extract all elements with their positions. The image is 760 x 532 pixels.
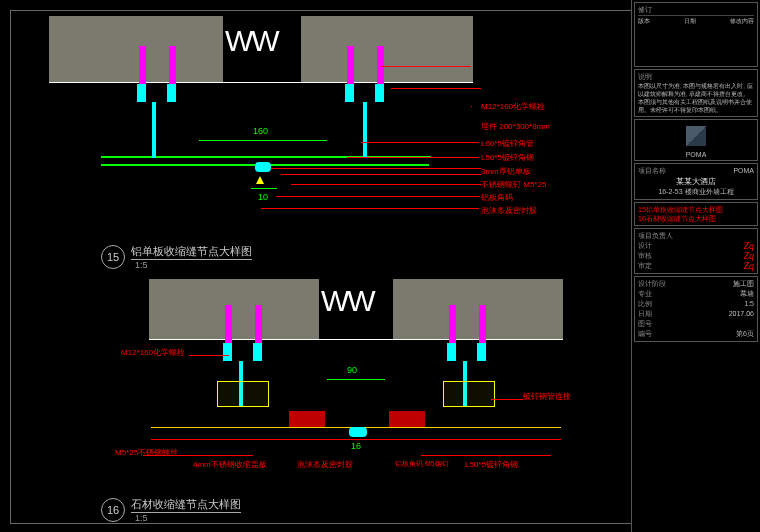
label-2: L60*5镀锌角管 — [481, 138, 534, 149]
steel-drop — [363, 102, 367, 158]
anchor-nut — [375, 84, 384, 102]
dwgno-label: 图号 — [638, 319, 652, 329]
anchor-nut — [447, 343, 456, 361]
role-label: 设计 — [638, 241, 652, 251]
stage-label: 设计阶段 — [638, 279, 666, 289]
meta-box: 设计阶段施工图 专业幕墙 比例1:5 日期2017.06 图号 编号第6页 — [634, 276, 758, 342]
title-number: 16 — [101, 498, 125, 522]
title-text: 石材收缩缝节点大样图 — [131, 498, 241, 513]
steel-channel-right — [443, 381, 495, 407]
leader — [276, 196, 480, 197]
stone-clip-right — [389, 411, 425, 427]
title-number: 15 — [101, 245, 125, 269]
notes-box: 说明 本图以尺寸为准, 本图与规格若有出入时, 应以建筑师解释为准, 承建商不得… — [634, 69, 758, 117]
project-label: 项目名称 — [638, 166, 666, 176]
anchor-bolt — [225, 305, 232, 345]
titleblock-sidebar: 修订 版本 日期 修改内容 说明 本图以尺寸为准, 本图与规格若有出入时, 应以… — [631, 0, 760, 532]
leader — [281, 174, 481, 175]
signatures-box: 项目负责人 设计Zq 审核Zq 审定Zq — [634, 228, 758, 274]
alu-panel-right — [269, 164, 429, 166]
sheet-titles-box: 15铝单板收缩缝节点大样图 16石材收缩缝节点大样图 — [634, 202, 758, 226]
title-scale: 1:5 — [135, 513, 148, 523]
anchor-nut — [253, 343, 262, 361]
steel-drop — [152, 102, 156, 158]
concrete-slab-left — [149, 279, 319, 339]
label16-l2: 4mm不锈钢收缩盖板 — [193, 459, 267, 470]
label16-r2: 铝板角码 M5钢钉 — [395, 459, 449, 469]
company-name: POMA — [686, 151, 707, 158]
dim-160: 160 — [253, 126, 268, 136]
anchor-nut — [167, 84, 176, 102]
dim-line — [199, 140, 327, 141]
scale-label: 比例 — [638, 299, 652, 309]
leader — [491, 399, 523, 400]
leader — [421, 455, 551, 456]
anchor-nut — [345, 84, 354, 102]
leader — [261, 208, 479, 209]
leader — [143, 455, 253, 456]
label-5: 不锈钢螺钉 M5*25 — [481, 179, 546, 190]
label16-l1: M5*25不锈钢螺丝 — [115, 447, 178, 458]
label-4: 3mm厚铝单板 — [481, 166, 531, 177]
slab-soffit — [149, 339, 563, 340]
alu-panel-left — [101, 164, 261, 166]
concrete-slab-right — [393, 279, 563, 339]
leader — [271, 168, 481, 169]
sheet-title-2: 16石材收缩缝节点大样图 — [638, 214, 754, 223]
revisions-box: 修订 版本 日期 修改内容 — [634, 2, 758, 67]
anchor-bolt — [139, 46, 146, 86]
dim-16: 16 — [351, 441, 361, 451]
detail-15-title: 15 铝单板收缩缝节点大样图 1:5 — [101, 244, 252, 270]
anchor-bolt — [169, 46, 176, 86]
joint-marker — [256, 176, 264, 184]
anchor-nut — [223, 343, 232, 361]
cad-drawing-canvas: WW 160 10 M12*160化学螺栓 埋件 200*300 — [10, 10, 632, 524]
dim-line — [251, 188, 277, 189]
role-label: 审定 — [638, 261, 652, 271]
title-text: 铝单板收缩缝节点大样图 — [131, 245, 252, 260]
detail-16-group: WW 90 16 M12*160化学螺栓 M5*25不锈钢螺丝 4mm不锈钢收缩… — [21, 279, 621, 523]
stone-clip-left — [289, 411, 325, 427]
date-label: 日期 — [638, 309, 652, 319]
label-7: 泡沫条及密封胶 — [481, 205, 537, 216]
rev-col: 版本 — [638, 16, 650, 26]
sealant-joint — [255, 162, 271, 172]
anchor-nut — [137, 84, 146, 102]
leader — [291, 184, 481, 185]
project-box: 项目名称POMA 某某大酒店 16-2-53 楼商业外墙工程 — [634, 163, 758, 200]
rev-header: 修订 — [638, 5, 652, 15]
label-1: 埋件 200*300*8mm — [481, 121, 550, 132]
label-6: 铝板角码 — [481, 192, 513, 203]
stone-bottom-line — [151, 439, 561, 440]
dim-10: 10 — [258, 192, 268, 202]
label16-l3: 泡沫条及密封胶 — [297, 459, 353, 470]
gap-line — [327, 379, 385, 380]
date-value: 2017.06 — [729, 309, 754, 319]
anchor-bolt — [347, 46, 354, 86]
notes-title: 说明 — [638, 72, 754, 82]
anchor-bolt — [479, 305, 486, 345]
sealant-joint — [349, 427, 367, 437]
detail-16-title: 16 石材收缩缝节点大样图 1:5 — [101, 497, 241, 523]
scale-value: 1:5 — [744, 299, 754, 309]
leader — [361, 142, 479, 143]
role-label: 项目负责人 — [638, 231, 673, 241]
serial-value: 第6页 — [736, 329, 754, 339]
detail-15-group: WW 160 10 M12*160化学螺栓 埋件 200*300 — [21, 16, 621, 276]
dim-90: 90 — [347, 365, 357, 375]
gap-zigzag: WW — [321, 271, 393, 337]
project-name: POMA — [733, 166, 754, 176]
stage-value: 施工图 — [733, 279, 754, 289]
label-3: L50*5镀锌角钢 — [481, 152, 534, 163]
label16-r1: L50*5镀锌角钢 — [465, 459, 518, 470]
anchor-bolt — [255, 305, 262, 345]
notes-body: 本图以尺寸为准, 本图与规格若有出入时, 应以建筑师解释为准, 承建商不得擅自更… — [638, 82, 754, 114]
company-box: POMA — [634, 119, 758, 161]
sheet-title-1: 15铝单板收缩缝节点大样图 — [638, 205, 754, 214]
label-0: M12*160化学螺栓 — [481, 101, 545, 112]
slab-soffit — [49, 82, 473, 83]
label16-r0: 镀锌钢管连接 — [523, 391, 571, 402]
leader — [381, 66, 471, 67]
gap-zigzag: WW — [225, 11, 301, 81]
major-value: 幕墙 — [740, 289, 754, 299]
